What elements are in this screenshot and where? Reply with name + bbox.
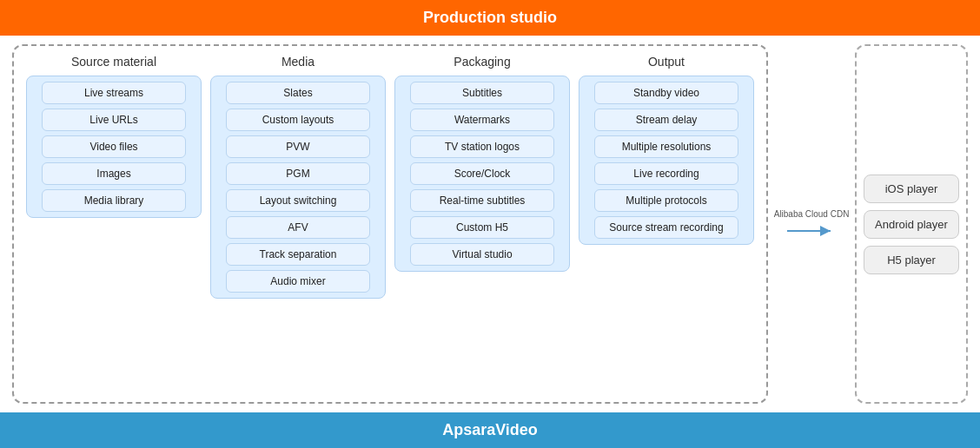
item-box: Custom layouts [226, 109, 370, 131]
item-box: PVW [226, 135, 370, 158]
item-box: Custom H5 [410, 216, 554, 239]
item-box: Slates [226, 82, 370, 104]
item-box: TV station logos [410, 135, 554, 158]
column-title-packaging: Packaging [454, 55, 510, 69]
item-box: AFV [226, 216, 370, 239]
column-source-material: Source materialLive streamsLive URLsVide… [26, 55, 202, 393]
column-title-media: Media [281, 55, 315, 69]
player-box: iOS player [864, 175, 959, 203]
item-box: Track separation [226, 243, 370, 266]
cdn-arrow [785, 222, 838, 240]
item-box: PGM [226, 162, 370, 185]
item-box: Multiple resolutions [594, 135, 738, 158]
item-box: Images [42, 162, 186, 185]
column-box-media: SlatesCustom layoutsPVWPGMLayout switchi… [210, 76, 386, 299]
production-area: Source materialLive streamsLive URLsVide… [12, 44, 768, 404]
item-box: Audio mixer [226, 270, 370, 293]
column-box-packaging: SubtitlesWatermarksTV station logosScore… [394, 76, 570, 272]
footer-title: ApsaraVideo [442, 421, 538, 438]
item-box: Real-time subtitles [410, 189, 554, 212]
item-box: Score/Clock [410, 162, 554, 185]
item-box: Stream delay [594, 109, 738, 131]
main-content: Source materialLive streamsLive URLsVide… [0, 36, 980, 412]
column-media: MediaSlatesCustom layoutsPVWPGMLayout sw… [210, 55, 386, 393]
player-box: H5 player [864, 246, 959, 274]
column-packaging: PackagingSubtitlesWatermarksTV station l… [394, 55, 570, 393]
item-box: Watermarks [410, 109, 554, 131]
item-box: Media library [42, 189, 186, 212]
item-box: Layout switching [226, 189, 370, 212]
item-box: Standby video [594, 82, 738, 104]
arrow-area: Alibaba Cloud CDN [777, 44, 846, 404]
item-box: Source stream recording [594, 216, 738, 239]
footer-bar: ApsaraVideo [0, 412, 980, 448]
header-title: Production studio [423, 9, 557, 26]
players-area: iOS playerAndroid playerH5 player [855, 44, 968, 404]
column-title-source-material: Source material [71, 55, 156, 69]
item-box: Video files [42, 135, 186, 158]
column-output: OutputStandby videoStream delayMultiple … [579, 55, 754, 393]
arrow-label: Alibaba Cloud CDN [774, 209, 850, 219]
column-box-source-material: Live streamsLive URLsVideo filesImagesMe… [26, 76, 202, 218]
item-box: Multiple protocols [594, 189, 738, 212]
column-title-output: Output [648, 55, 685, 69]
item-box: Subtitles [410, 82, 554, 104]
item-box: Virtual studio [410, 243, 554, 266]
item-box: Live URLs [42, 109, 186, 131]
header-bar: Production studio [0, 0, 980, 36]
item-box: Live recording [594, 162, 738, 185]
player-box: Android player [864, 210, 959, 239]
column-box-output: Standby videoStream delayMultiple resolu… [579, 76, 754, 245]
item-box: Live streams [42, 82, 186, 104]
